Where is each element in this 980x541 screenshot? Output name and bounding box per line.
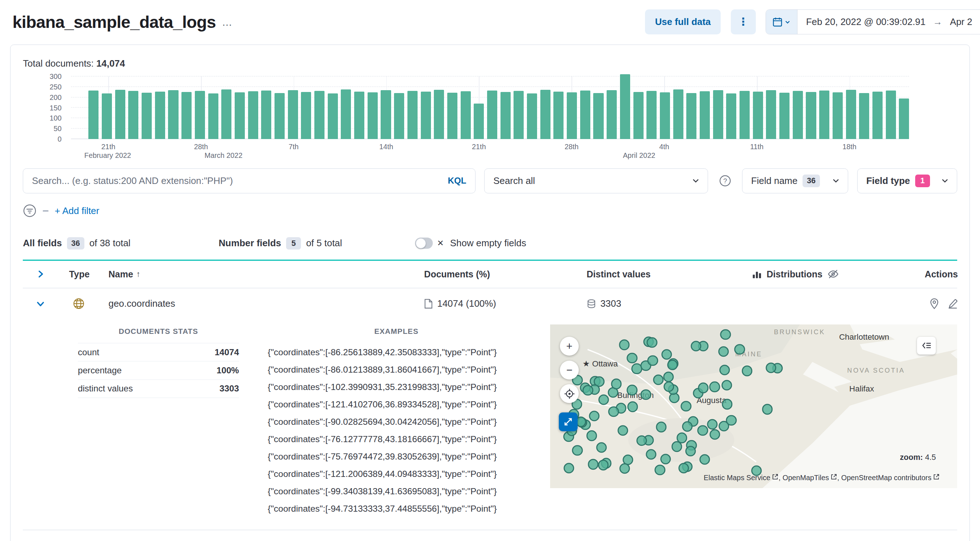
chart-y-tick-label: 50 bbox=[54, 124, 62, 133]
chart-bar[interactable] bbox=[128, 91, 138, 139]
chart-bar[interactable] bbox=[726, 94, 736, 139]
use-full-data-button[interactable]: Use full data bbox=[645, 10, 721, 34]
date-range-start[interactable]: Feb 20, 2022 @ 00:39:02.91 bbox=[806, 17, 926, 27]
chart-bar[interactable] bbox=[780, 93, 789, 139]
chart-bar[interactable] bbox=[700, 91, 710, 139]
map-label: Halifax bbox=[849, 384, 874, 394]
search-all-select[interactable]: Search all bbox=[484, 169, 708, 193]
chart-bar[interactable] bbox=[248, 91, 258, 139]
chart-bar[interactable] bbox=[501, 92, 511, 139]
chart-bar[interactable] bbox=[381, 90, 391, 139]
chart-bar[interactable] bbox=[275, 93, 285, 139]
chart-bar[interactable] bbox=[314, 91, 325, 139]
chart-bar[interactable] bbox=[899, 99, 909, 139]
page-options-icon[interactable]: ⋯ bbox=[222, 19, 232, 31]
chart-x-tick-label: 14th bbox=[379, 143, 393, 151]
chart-bar[interactable] bbox=[461, 91, 471, 139]
chart-bar[interactable] bbox=[872, 92, 883, 139]
show-empty-fields-toggle[interactable]: ✕ Show empty fields bbox=[415, 237, 526, 249]
chart-bar[interactable] bbox=[540, 90, 550, 139]
chart-bar[interactable] bbox=[607, 90, 617, 139]
hide-distributions-eye-icon[interactable] bbox=[827, 269, 839, 279]
chart-bar[interactable] bbox=[434, 90, 444, 139]
fields-summary-bar: All fields 36 of 38 total Number fields … bbox=[23, 237, 957, 250]
chart-bar[interactable] bbox=[646, 91, 657, 139]
map-attribution-link[interactable]: OpenStreetMap contributors bbox=[841, 474, 940, 482]
chart-bar[interactable] bbox=[368, 92, 378, 139]
geo-map[interactable]: BRUNSWICKCharlottetownMAINENOVA SCOTIAHa… bbox=[550, 325, 957, 488]
chart-bar[interactable] bbox=[846, 90, 856, 139]
chart-bar[interactable] bbox=[620, 74, 630, 139]
chart-bar[interactable] bbox=[487, 91, 497, 139]
chart-bar[interactable] bbox=[394, 93, 404, 139]
toggle-track[interactable] bbox=[415, 237, 433, 249]
vertical-dots-icon: ⋮ bbox=[738, 16, 749, 28]
chart-bar[interactable] bbox=[195, 91, 205, 139]
chart-bar[interactable] bbox=[527, 94, 537, 139]
chart-bar[interactable] bbox=[288, 90, 298, 139]
chart-bar[interactable] bbox=[235, 92, 245, 139]
chart-bar[interactable] bbox=[447, 93, 457, 139]
chart-bar[interactable] bbox=[168, 90, 178, 139]
chart-bar[interactable] bbox=[261, 91, 271, 139]
chart-bar[interactable] bbox=[713, 90, 723, 139]
chart-bar[interactable] bbox=[155, 92, 165, 139]
chart-x-tick-label: 28th bbox=[565, 143, 579, 151]
chart-bar[interactable] bbox=[407, 91, 418, 139]
date-quick-select-button[interactable] bbox=[766, 10, 797, 34]
chart-bar[interactable] bbox=[833, 92, 843, 139]
chart-bar[interactable] bbox=[142, 93, 152, 139]
help-icon[interactable]: ? bbox=[717, 173, 733, 189]
date-range-display[interactable]: Feb 20, 2022 @ 00:39:02.91 → Apr 2 bbox=[797, 10, 980, 34]
chart-bar[interactable] bbox=[341, 89, 351, 139]
map-attribution-link[interactable]: OpenMapTiles bbox=[783, 474, 837, 482]
chart-bar[interactable] bbox=[740, 91, 750, 139]
filter-icon[interactable] bbox=[23, 204, 37, 218]
map-set-location-crosshair-icon[interactable] bbox=[560, 384, 579, 403]
add-filter-link[interactable]: + Add filter bbox=[55, 206, 99, 216]
chart-bar[interactable] bbox=[474, 103, 484, 139]
chart-bar[interactable] bbox=[115, 90, 125, 139]
chart-bar[interactable] bbox=[514, 91, 524, 139]
chart-bar[interactable] bbox=[221, 89, 231, 139]
chart-bar[interactable] bbox=[421, 92, 431, 139]
chart-bar[interactable] bbox=[673, 89, 683, 139]
chart-bar[interactable] bbox=[633, 92, 644, 139]
chart-bar[interactable] bbox=[328, 94, 338, 139]
chart-bar[interactable] bbox=[766, 90, 776, 139]
field-name-filter-button[interactable]: Field name 36 bbox=[742, 169, 848, 193]
chart-bar[interactable] bbox=[886, 91, 896, 139]
chart-bar[interactable] bbox=[593, 93, 603, 139]
date-range-end[interactable]: Apr 2 bbox=[950, 17, 972, 27]
chart-bar[interactable] bbox=[181, 92, 192, 139]
chart-bar[interactable] bbox=[88, 91, 99, 139]
map-attribution-link[interactable]: Elastic Maps Service bbox=[704, 474, 779, 482]
chart-bar[interactable] bbox=[793, 91, 803, 139]
map-zoom-out-button[interactable]: − bbox=[560, 361, 579, 379]
chart-bar[interactable] bbox=[580, 91, 590, 139]
chart-bar[interactable] bbox=[660, 92, 670, 139]
chart-bar[interactable] bbox=[686, 93, 697, 139]
sampling-options-button[interactable]: ⋮ bbox=[731, 10, 756, 34]
chart-bar[interactable] bbox=[567, 92, 577, 139]
edit-field-pencil-icon[interactable] bbox=[948, 299, 958, 309]
collapse-all-chevron-icon[interactable] bbox=[35, 269, 46, 279]
map-legend-toggle-icon[interactable] bbox=[917, 337, 936, 354]
search-input[interactable] bbox=[23, 176, 448, 186]
chart-bar[interactable] bbox=[301, 92, 311, 139]
chart-bar[interactable] bbox=[859, 93, 869, 139]
chart-bar[interactable] bbox=[753, 92, 763, 139]
chart-bar[interactable] bbox=[819, 91, 829, 139]
map-zoom-in-button[interactable]: + bbox=[560, 337, 579, 356]
field-type-filter-button[interactable]: Field type 1 bbox=[857, 169, 957, 193]
chart-bar[interactable] bbox=[806, 92, 816, 139]
chart-bar[interactable] bbox=[208, 94, 218, 139]
row-collapse-chevron-icon[interactable] bbox=[35, 299, 46, 309]
explore-in-maps-pin-icon[interactable] bbox=[929, 298, 939, 309]
chart-bar[interactable] bbox=[102, 94, 112, 139]
column-header-name[interactable]: Name ↑ bbox=[109, 269, 425, 280]
chart-bar[interactable] bbox=[354, 92, 364, 139]
kql-toggle[interactable]: KQL bbox=[448, 176, 466, 186]
chart-bar[interactable] bbox=[554, 92, 563, 139]
map-expand-button[interactable] bbox=[559, 412, 578, 431]
